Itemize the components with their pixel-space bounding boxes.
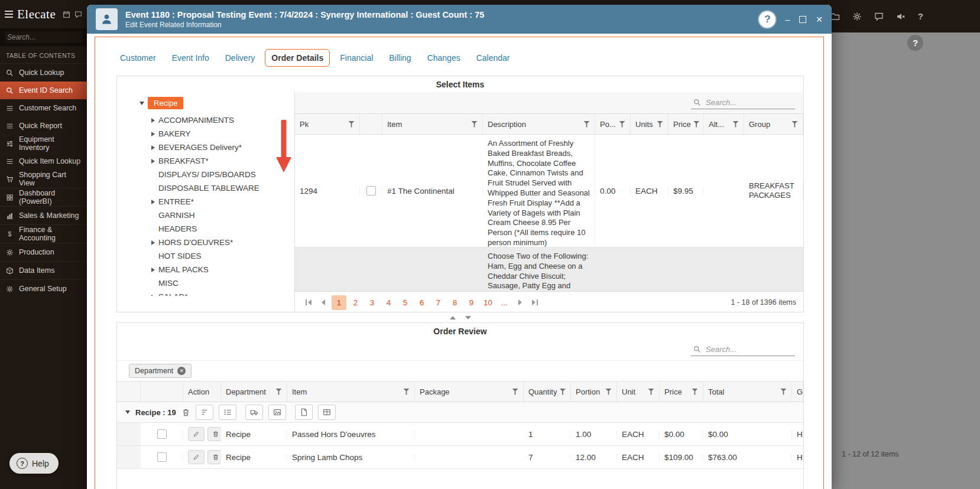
tree-item[interactable]: GARNISH bbox=[139, 208, 294, 222]
table-row[interactable]: Choose Two of the Following: Ham, Egg an… bbox=[295, 247, 803, 291]
tab-calendar[interactable]: Calendar bbox=[470, 50, 516, 66]
tree-item[interactable]: MEAL PACKS bbox=[139, 263, 294, 276]
sidebar-item-event-id-search[interactable]: Event ID Search bbox=[0, 82, 87, 99]
pager-page[interactable]: 8 bbox=[447, 295, 462, 310]
image-button[interactable] bbox=[268, 405, 286, 420]
pager-prev-button[interactable] bbox=[317, 299, 330, 305]
dialog-help-button[interactable]: ? bbox=[759, 11, 775, 28]
filter-icon[interactable] bbox=[780, 389, 787, 395]
tree-item[interactable]: ENTREE* bbox=[139, 195, 294, 208]
sidebar-item-production[interactable]: Production bbox=[0, 243, 87, 261]
table-row[interactable]: 1294 #1 The Continental An Assortment of… bbox=[295, 135, 803, 247]
caret-right-icon[interactable] bbox=[151, 132, 155, 136]
tree-item[interactable]: MISC bbox=[139, 276, 294, 290]
filter-icon[interactable] bbox=[559, 389, 566, 395]
row-checkbox[interactable] bbox=[366, 186, 376, 195]
tree-root-recipe[interactable]: Recipe bbox=[139, 97, 294, 109]
filter-icon[interactable] bbox=[348, 121, 355, 128]
caret-right-icon[interactable] bbox=[151, 159, 155, 164]
pager-page[interactable]: 10 bbox=[481, 295, 495, 310]
pager-page[interactable]: 2 bbox=[348, 295, 363, 310]
sidebar-item-quick-report[interactable]: Quick Report bbox=[0, 117, 87, 135]
delete-button[interactable] bbox=[207, 427, 221, 441]
sidebar-item-general-setup[interactable]: General Setup bbox=[0, 279, 87, 298]
table-row[interactable]: Recipe Spring Lamb Chops 7 12.00 EACH $1… bbox=[117, 446, 803, 469]
tree-item[interactable]: HORS D'OEUVRES* bbox=[139, 236, 294, 249]
tab-financial[interactable]: Financial bbox=[334, 50, 379, 66]
delivery-button[interactable] bbox=[245, 405, 263, 420]
table-button[interactable] bbox=[318, 405, 336, 420]
row-checkbox[interactable] bbox=[157, 452, 167, 462]
filter-icon[interactable] bbox=[732, 121, 739, 128]
sidebar-item-equipment-inventory[interactable]: Equipment Inventory bbox=[0, 135, 87, 152]
chat-icon[interactable] bbox=[874, 12, 884, 21]
tab-changes[interactable]: Changes bbox=[421, 50, 466, 66]
calendar-icon[interactable] bbox=[63, 11, 70, 18]
pager-page[interactable]: 7 bbox=[431, 295, 446, 310]
sort-button[interactable] bbox=[196, 405, 213, 420]
chat-icon[interactable] bbox=[74, 11, 82, 18]
filter-icon[interactable] bbox=[648, 389, 654, 395]
order-review-search-input[interactable] bbox=[705, 344, 793, 354]
tab-event-info[interactable]: Event Info bbox=[166, 50, 215, 66]
pager-last-button[interactable] bbox=[528, 299, 541, 305]
document-button[interactable] bbox=[295, 405, 313, 420]
pager-first-button[interactable] bbox=[302, 299, 315, 305]
tree-item[interactable]: ACCOMPANIMENTS bbox=[139, 113, 294, 127]
sidebar-search-input[interactable] bbox=[5, 31, 82, 43]
tree-item[interactable]: DISPLAYS/ DIPS/BOARDS bbox=[139, 168, 294, 181]
sidebar-item-sales-marketing[interactable]: Sales & Marketing bbox=[0, 206, 87, 224]
maximize-button[interactable] bbox=[799, 16, 806, 23]
pager-more[interactable]: ... bbox=[497, 295, 512, 310]
tree-item[interactable]: DISPOSABLE TABLEWARE bbox=[139, 181, 294, 195]
tab-delivery[interactable]: Delivery bbox=[219, 50, 261, 66]
row-checkbox[interactable] bbox=[157, 429, 167, 439]
tree-item[interactable]: BAKERY bbox=[139, 127, 294, 141]
sidebar-item-shopping-cart-view[interactable]: Shopping Cart View bbox=[0, 170, 87, 188]
hamburger-menu-icon[interactable] bbox=[5, 11, 13, 18]
close-button[interactable]: ✕ bbox=[816, 15, 823, 24]
help-icon[interactable]: ? bbox=[918, 11, 923, 21]
tab-customer[interactable]: Customer bbox=[114, 50, 162, 66]
caret-right-icon[interactable] bbox=[151, 118, 155, 123]
filter-icon[interactable] bbox=[275, 389, 282, 395]
filter-icon[interactable] bbox=[692, 389, 698, 395]
pager-page[interactable]: 3 bbox=[365, 295, 379, 310]
caret-down-icon[interactable] bbox=[125, 410, 130, 414]
tab-order-details[interactable]: Order Details bbox=[265, 49, 330, 67]
caret-right-icon[interactable] bbox=[151, 145, 155, 150]
edit-button[interactable] bbox=[188, 427, 205, 441]
background-help-button[interactable]: ? bbox=[907, 35, 923, 51]
sidebar-item-dashboard[interactable]: Dashboard (PowerBI) bbox=[0, 188, 87, 206]
minimize-button[interactable]: – bbox=[785, 15, 790, 24]
gear-icon[interactable] bbox=[852, 12, 862, 21]
caret-right-icon[interactable] bbox=[151, 295, 155, 296]
pager-next-button[interactable] bbox=[514, 299, 527, 305]
tree-item[interactable]: HEADERS bbox=[139, 222, 294, 236]
items-search-input[interactable] bbox=[705, 97, 793, 107]
sidebar-item-quick-item-lookup[interactable]: Quick Item Lookup bbox=[0, 152, 87, 170]
filter-icon[interactable] bbox=[471, 121, 478, 128]
edit-button[interactable] bbox=[188, 450, 205, 464]
caret-right-icon[interactable] bbox=[151, 240, 155, 245]
collapse-down-icon[interactable] bbox=[465, 316, 471, 320]
ordered-list-button[interactable] bbox=[219, 405, 236, 420]
pager-page[interactable]: 5 bbox=[398, 295, 413, 310]
pager-page[interactable]: 1 bbox=[332, 295, 346, 310]
group-chip-department[interactable]: Department ✕ bbox=[129, 364, 192, 378]
folder-icon[interactable] bbox=[830, 12, 840, 21]
tree-item[interactable]: BREAKFAST* bbox=[139, 154, 294, 168]
tree-item[interactable]: SALAD* bbox=[139, 290, 294, 296]
pager-page[interactable]: 9 bbox=[464, 295, 479, 310]
table-row[interactable]: Recipe Passed Hors D'oeuvres 1 1.00 EACH… bbox=[117, 423, 803, 446]
caret-down-icon[interactable] bbox=[139, 102, 144, 105]
pager-page[interactable]: 6 bbox=[414, 295, 429, 310]
tree-item[interactable]: BEVERAGES Delivery* bbox=[139, 141, 294, 154]
sidebar-item-data-items[interactable]: Data Items bbox=[0, 261, 87, 279]
filter-icon[interactable] bbox=[512, 389, 518, 395]
filter-icon[interactable] bbox=[605, 389, 612, 395]
help-button[interactable]: ? Help bbox=[9, 453, 59, 474]
panel-splitter[interactable] bbox=[116, 314, 804, 322]
filter-icon[interactable] bbox=[403, 389, 410, 395]
filter-icon[interactable] bbox=[583, 121, 590, 128]
